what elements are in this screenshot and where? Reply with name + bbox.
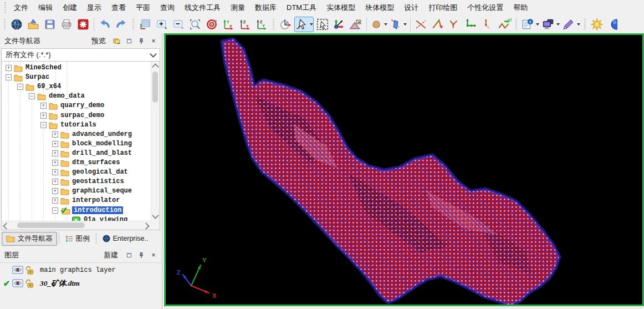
zoom-window-button[interactable] bbox=[187, 17, 203, 32]
display-properties-button[interactable] bbox=[541, 17, 560, 32]
expand-icon[interactable]: + bbox=[40, 103, 47, 109]
reset-graphics-button[interactable] bbox=[75, 17, 91, 32]
zoom-in-button[interactable] bbox=[154, 17, 170, 32]
zoom-all-button[interactable] bbox=[137, 17, 153, 32]
float-pane-icon[interactable] bbox=[124, 250, 135, 261]
edit-tool-button[interactable] bbox=[561, 17, 581, 32]
pin-pane-icon[interactable] bbox=[136, 250, 147, 261]
tree-item-block_modelling[interactable]: +block_modelling bbox=[2, 139, 151, 149]
point-add-next-tool-button[interactable]: +1 bbox=[497, 17, 512, 32]
rotate-view-button[interactable] bbox=[278, 17, 293, 32]
preview-button[interactable]: 预览 bbox=[89, 35, 109, 47]
scroll-left-icon[interactable] bbox=[3, 222, 10, 230]
segment-close-tool-button[interactable] bbox=[430, 17, 446, 32]
pin-pane-icon[interactable] bbox=[136, 36, 147, 47]
scroll-down-icon[interactable] bbox=[152, 212, 159, 219]
collapse-icon[interactable]: − bbox=[17, 84, 23, 90]
save-file-button[interactable] bbox=[42, 17, 58, 32]
tree-item-label[interactable]: demo_data bbox=[49, 92, 85, 100]
print-button[interactable] bbox=[59, 17, 74, 32]
expand-icon[interactable]: + bbox=[52, 150, 58, 156]
layer-row-1[interactable]: main graphics layer bbox=[0, 263, 162, 276]
move-view-tool-button[interactable] bbox=[331, 17, 347, 32]
float-pane-icon[interactable] bbox=[124, 36, 135, 47]
expand-icon[interactable]: + bbox=[40, 113, 47, 119]
view-plane-xz-button[interactable]: Zx bbox=[237, 17, 253, 32]
collapse-icon[interactable]: − bbox=[52, 207, 58, 214]
tree-item-tutorials[interactable]: −tutorials bbox=[2, 120, 151, 130]
menu-item-6[interactable]: 平面 bbox=[131, 1, 155, 15]
panel-tab-3[interactable]: Enterprise.. bbox=[98, 232, 153, 245]
menu-item-12[interactable]: 实体模型 bbox=[321, 1, 360, 15]
menu-item-9[interactable]: 测量 bbox=[226, 1, 250, 15]
surpac-home-button[interactable] bbox=[9, 17, 24, 32]
tree-item-label[interactable]: 69_x64 bbox=[37, 83, 61, 90]
lighting-button[interactable] bbox=[589, 17, 605, 32]
box-select-tool-button[interactable] bbox=[315, 17, 330, 32]
file-properties-dropdown-icon[interactable] bbox=[536, 23, 539, 26]
menu-item-17[interactable]: 帮助 bbox=[508, 1, 533, 15]
expand-icon[interactable]: + bbox=[52, 141, 58, 147]
point-insert-tool-button[interactable] bbox=[463, 17, 479, 32]
new-layer-button[interactable]: 新建 bbox=[101, 249, 121, 261]
tree-item-label[interactable]: block_modelling bbox=[72, 140, 132, 148]
panel-tab-1[interactable]: 文件导航器 bbox=[2, 232, 57, 246]
layer-row-2[interactable]: ✔30_矿体.dtm bbox=[0, 276, 162, 290]
edit-tool-dropdown-icon[interactable] bbox=[577, 23, 580, 26]
tree-item-label[interactable]: interpolator bbox=[72, 196, 120, 204]
collapse-icon[interactable]: − bbox=[29, 93, 35, 99]
tree-item-Surpac[interactable]: −Surpac bbox=[2, 73, 151, 82]
tree-horizontal-scrollbar[interactable] bbox=[2, 221, 151, 230]
panel-tab-2[interactable]: 图例 bbox=[61, 232, 94, 246]
expand-icon[interactable]: + bbox=[52, 179, 58, 185]
display-properties-dropdown-icon[interactable] bbox=[556, 23, 560, 26]
select-tool-dropdown-icon[interactable] bbox=[310, 23, 313, 26]
select-tool-button[interactable] bbox=[294, 17, 314, 32]
segment-break-tool-button[interactable] bbox=[447, 17, 462, 32]
layer-visibility-eye-icon[interactable] bbox=[12, 266, 23, 274]
layer-unlocked-icon[interactable] bbox=[24, 266, 34, 275]
tree-item-label[interactable]: advanced_underg bbox=[72, 130, 132, 138]
view-plane-yz-button[interactable]: ZY bbox=[254, 17, 269, 32]
expand-icon[interactable]: + bbox=[52, 131, 58, 138]
tree-item-label[interactable]: surpac_demo bbox=[60, 112, 104, 119]
tree-item-interpolator[interactable]: +interpolator bbox=[2, 196, 151, 205]
tree-item-introduction[interactable]: −introduction bbox=[2, 206, 151, 215]
menu-item-8[interactable]: 线文件工具 bbox=[180, 1, 226, 15]
layer-name[interactable]: main graphics layer bbox=[40, 266, 116, 274]
tree-item-demo_data[interactable]: −demo_data bbox=[2, 92, 151, 101]
view-plane-xy-button[interactable]: Yx bbox=[221, 17, 236, 32]
open-file-button[interactable] bbox=[25, 17, 41, 32]
tree-item-label[interactable]: geological_dat bbox=[72, 168, 128, 176]
menu-item-3[interactable]: 创建 bbox=[58, 1, 82, 15]
expand-icon[interactable]: + bbox=[52, 169, 58, 175]
segment-delete-tool-button[interactable] bbox=[413, 17, 429, 32]
tree-item-quarry_demo[interactable]: +quarry_demo bbox=[2, 101, 151, 110]
graphics-viewport[interactable]: Z Y X bbox=[164, 33, 644, 306]
menu-item-1[interactable]: 文件 bbox=[9, 1, 33, 15]
menu-item-15[interactable]: 打印绘图 bbox=[423, 1, 462, 15]
data-view-button[interactable] bbox=[204, 17, 219, 32]
layer-name[interactable]: 30_矿体.dtm bbox=[40, 278, 80, 288]
tree-item-label[interactable]: tutorials bbox=[60, 121, 96, 129]
menu-item-14[interactable]: 设计 bbox=[399, 1, 423, 15]
layer-active-check-icon[interactable]: ✔ bbox=[1, 278, 12, 288]
tree-item-advanced_underg[interactable]: +advanced_underg bbox=[2, 130, 151, 139]
menu-item-7[interactable]: 查询 bbox=[155, 1, 180, 15]
section-plane-tool-dropdown-icon[interactable] bbox=[403, 23, 407, 26]
redo-button[interactable] bbox=[114, 17, 129, 32]
tree-item-label[interactable]: geostatistics bbox=[72, 178, 124, 185]
tree-item-graphical_seque[interactable]: +graphical_seque bbox=[2, 186, 151, 196]
tree-vscroll-thumb[interactable] bbox=[152, 72, 158, 103]
close-pane-icon[interactable]: × bbox=[148, 250, 159, 261]
menu-item-4[interactable]: 显示 bbox=[82, 1, 106, 15]
close-pane-icon[interactable]: × bbox=[148, 36, 159, 47]
point-style-tool-button[interactable] bbox=[370, 17, 388, 32]
render-mode-button[interactable] bbox=[606, 17, 621, 32]
tree-item-label[interactable]: quarry_demo bbox=[60, 102, 104, 109]
expand-icon[interactable]: + bbox=[52, 160, 58, 166]
scroll-right-icon[interactable] bbox=[142, 222, 150, 230]
tree-item-label[interactable]: drill_and_blast bbox=[72, 149, 132, 157]
tree-item-drill_and_blast[interactable]: +drill_and_blast bbox=[2, 149, 151, 158]
zoom-out-button[interactable] bbox=[171, 17, 186, 32]
